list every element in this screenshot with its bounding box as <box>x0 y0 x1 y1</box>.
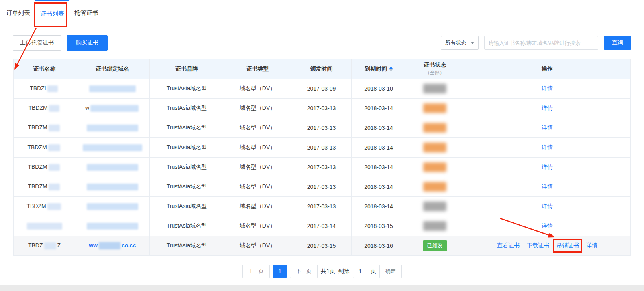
column-header-cert-status: 证书状态（全部） <box>406 59 464 79</box>
issue-date-cell: 2017-03-14 <box>291 216 352 236</box>
status-badge-issued: 已颁发 <box>423 240 447 251</box>
page-unit-label: 页 <box>371 268 376 275</box>
issue-date-cell: 2017-03-13 <box>291 118 352 138</box>
tab-certificate-list[interactable]: 证书列表 <box>35 0 69 26</box>
cert-brand-cell: TrustAsia域名型 <box>150 197 224 216</box>
cert-type-cell: 域名型（DV） <box>224 158 291 177</box>
action-details-link[interactable]: 详情 <box>542 183 553 190</box>
column-header-wrap: 到期时间 <box>352 65 406 73</box>
cert-name-text: TBDZM <box>26 203 46 209</box>
query-button[interactable]: 查询 <box>604 36 631 50</box>
action-revoke-cert-link[interactable]: 吊销证书 <box>556 242 579 249</box>
redacted-domain-block <box>89 85 136 92</box>
issue-date-cell: 2017-03-13 <box>291 99 352 118</box>
column-header-wrap: 证书绑定域名 <box>75 65 149 73</box>
cert-type-cell: 域名型（DV） <box>224 138 291 158</box>
tab-hosted-certificates[interactable]: 托管证书 <box>69 0 103 26</box>
cert-domain-cell <box>75 177 150 197</box>
table-row: TBDZITrustAsia域名型域名型（DV）2017-03-092018-0… <box>14 79 631 99</box>
column-header-actions: 操作 <box>464 59 631 79</box>
expire-date-cell: 2018-03-14 <box>352 138 406 158</box>
search-input[interactable] <box>484 36 598 50</box>
cert-name-cell <box>14 216 75 236</box>
expire-date-cell: 2018-03-14 <box>352 99 406 118</box>
action-details-link[interactable]: 详情 <box>542 105 553 112</box>
action-details-link[interactable]: 详情 <box>586 242 597 249</box>
ssl-certificate-console-page: 订单列表证书列表托管证书 上传托管证书 购买证书 所有状态 查询 证书名称证书绑… <box>0 0 644 291</box>
action-details-link[interactable]: 详情 <box>542 144 553 151</box>
issue-date-cell: 2017-03-13 <box>291 138 352 158</box>
cert-status-cell: 已颁发 <box>406 236 464 256</box>
domain-text-part: w <box>85 105 89 111</box>
cert-brand-cell: TrustAsia域名型 <box>150 177 224 197</box>
column-label-cert-status: 证书状态 <box>424 61 446 69</box>
cert-name-cell: TBDZM <box>14 138 75 158</box>
status-filter-all-link[interactable]: （全部） <box>406 69 464 76</box>
action-details-link[interactable]: 详情 <box>542 85 553 92</box>
cert-brand-cell: TrustAsia域名型 <box>150 158 224 177</box>
cert-name-text: Z <box>57 242 61 249</box>
cert-brand-cell: TrustAsia域名型 <box>150 79 224 99</box>
expire-date-cell: 2018-03-14 <box>352 158 406 177</box>
issue-date-cell: 2017-03-13 <box>291 158 352 177</box>
column-header-cert-brand: 证书品牌 <box>150 59 224 79</box>
expire-date-cell: 2018-03-14 <box>352 118 406 138</box>
action-details-link[interactable]: 详情 <box>542 164 553 171</box>
action-view-cert-link[interactable]: 查看证书 <box>497 242 520 249</box>
actions-cell: 详情 <box>464 79 631 99</box>
certificates-table: 证书名称证书绑定域名证书品牌证书类型颁发时间到期时间证书状态（全部）操作 TBD… <box>13 59 631 256</box>
upload-hosted-cert-button[interactable]: 上传托管证书 <box>13 35 61 51</box>
cert-domain-text: w <box>85 105 140 111</box>
cert-brand-cell: TrustAsia域名型 <box>150 216 224 236</box>
cert-domain-cell <box>75 197 150 216</box>
expire-date-cell: 2018-03-15 <box>352 216 406 236</box>
cert-name-cell: TBDZM <box>14 118 75 138</box>
prev-page-button[interactable]: 上一页 <box>242 265 270 278</box>
cert-type-cell: 域名型（DV） <box>224 118 291 138</box>
column-header-wrap: 证书状态 <box>406 61 464 69</box>
total-pages-text: 共1页 <box>321 268 335 275</box>
cert-domain-link[interactable]: wwco.cc <box>89 242 136 249</box>
redacted-name-block <box>47 85 58 92</box>
cert-status-cell <box>406 138 464 158</box>
cert-domain-text <box>82 144 143 150</box>
action-details-link[interactable]: 详情 <box>542 124 553 131</box>
confirm-page-button[interactable]: 确定 <box>379 265 402 278</box>
table-row: TrustAsia域名型域名型（DV）2017-03-142018-03-15详… <box>14 216 631 236</box>
cert-type-cell: 域名型（DV） <box>224 236 291 256</box>
table-row: TBDZMTrustAsia域名型域名型（DV）2017-03-132018-0… <box>14 197 631 216</box>
next-page-button[interactable]: 下一页 <box>290 265 318 278</box>
goto-page-input[interactable] <box>353 265 367 278</box>
current-page-button[interactable]: 1 <box>273 265 287 278</box>
action-details-link[interactable]: 详情 <box>542 222 553 230</box>
issue-date-cell: 2017-03-13 <box>291 197 352 216</box>
status-filter-dropdown[interactable]: 所有状态 <box>441 36 479 50</box>
tab-order-list[interactable]: 订单列表 <box>1 0 35 26</box>
action-details-link[interactable]: 详情 <box>542 203 553 210</box>
cert-name-text: TBDZM <box>28 183 47 190</box>
column-header-wrap: 证书品牌 <box>150 65 224 73</box>
table-body: TBDZITrustAsia域名型域名型（DV）2017-03-092018-0… <box>14 79 631 256</box>
redacted-name-block <box>44 242 56 249</box>
cert-status-cell <box>406 216 464 236</box>
column-label-cert-brand: 证书品牌 <box>175 65 198 73</box>
sort-icon[interactable] <box>389 67 393 71</box>
cert-domain-cell <box>75 158 150 177</box>
status-filter-value: 所有状态 <box>445 39 466 46</box>
action-download-cert-link[interactable]: 下载证书 <box>527 242 549 249</box>
column-header-wrap: 证书名称 <box>14 65 75 73</box>
table-row: TBDZMTrustAsia域名型域名型（DV）2017-03-132018-0… <box>14 158 631 177</box>
cert-domain-text <box>86 203 139 209</box>
redacted-status-block <box>423 103 446 113</box>
cert-type-cell: 域名型（DV） <box>224 99 291 118</box>
cert-type-cell: 域名型（DV） <box>224 216 291 236</box>
buy-cert-button[interactable]: 购买证书 <box>67 35 108 51</box>
goto-page-label: 到第 <box>338 268 350 275</box>
cert-name-text: TBDZI <box>30 85 46 91</box>
column-header-wrap: 操作 <box>464 65 630 73</box>
redacted-name-block <box>49 164 60 171</box>
column-label-issue-date: 颁发时间 <box>310 65 333 73</box>
column-header-cert-type: 证书类型 <box>224 59 291 79</box>
cert-name-text: TBDZ <box>28 242 43 249</box>
cert-name-cell: TBDZM <box>14 158 75 177</box>
